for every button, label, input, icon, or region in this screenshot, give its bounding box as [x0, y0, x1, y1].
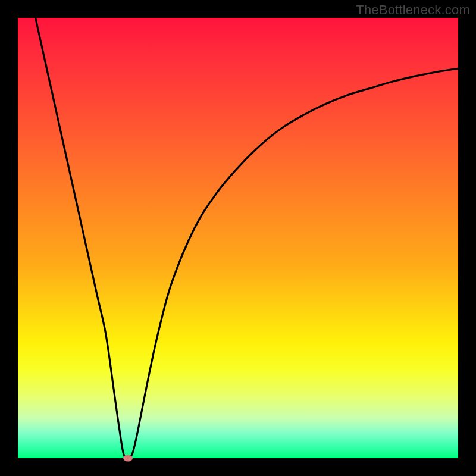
bottleneck-curve — [36, 18, 458, 458]
plot-area — [18, 18, 458, 458]
optimum-marker — [123, 455, 133, 462]
curve-svg — [18, 18, 458, 458]
chart-frame: TheBottleneck.com — [0, 0, 476, 476]
watermark-text: TheBottleneck.com — [356, 2, 470, 18]
